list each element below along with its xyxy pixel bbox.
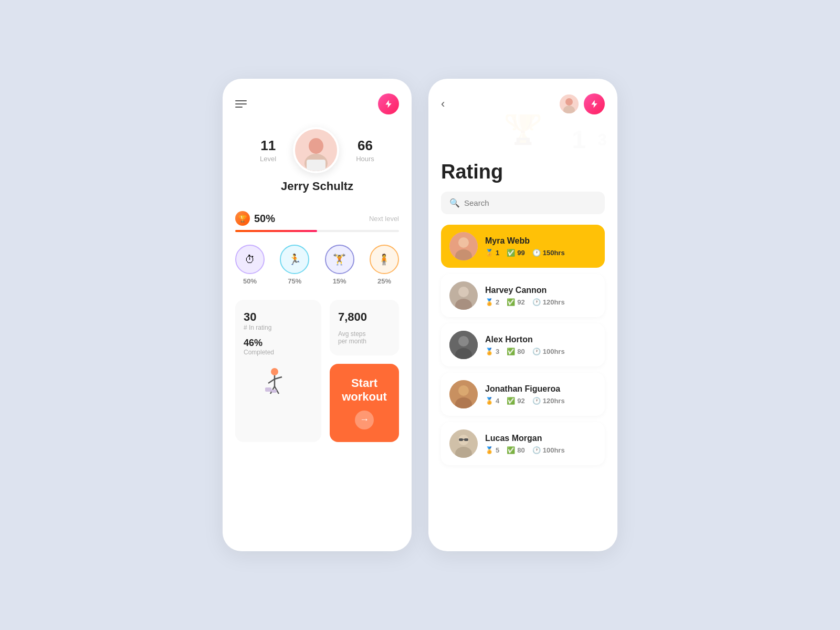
stats-card-left: 30 # In rating 46% Completed: [235, 300, 321, 442]
svg-point-19: [458, 287, 469, 297]
meta-myra-webb: 🏅 1 ✅ 99 🕐 150hrs: [485, 249, 596, 257]
completed-number: 46% Completed: [244, 338, 313, 356]
hours-alex: 🕐 100hrs: [532, 348, 565, 355]
search-input[interactable]: [464, 198, 596, 207]
activity-pct-timer: 50%: [243, 277, 257, 285]
activity-pct-stretch: 25%: [377, 277, 391, 285]
score-alex: ✅ 80: [507, 348, 524, 355]
clock-icon: 🕐: [532, 446, 541, 454]
rank-myra: 🏅 1: [485, 249, 499, 257]
svg-point-13: [565, 98, 573, 106]
rank-icon: 🏅: [485, 348, 494, 355]
rating-card-1[interactable]: Myra Webb 🏅 1 ✅ 99 🕐 150hrs: [441, 225, 605, 268]
search-bar[interactable]: 🔍: [441, 192, 605, 214]
hours-label: Hours: [356, 155, 374, 163]
rating-card-3[interactable]: Alex Horton 🏅 3 ✅ 80 🕐 100hrs: [441, 323, 605, 366]
meta-jonathan-figueroa: 🏅 4 ✅ 92 🕐 120hrs: [485, 397, 596, 405]
score-lucas: ✅ 80: [507, 446, 524, 454]
page-title: Rating: [441, 161, 605, 183]
avatar-myra-webb: [449, 232, 478, 260]
hours-harvey: 🕐 120hrs: [532, 298, 565, 306]
clock-icon: 🕐: [532, 249, 541, 257]
info-alex-horton: Alex Horton 🏅 3 ✅ 80 🕐 100hrs: [485, 335, 596, 355]
rank-icon: 🏅: [485, 446, 494, 454]
back-button[interactable]: ‹: [441, 97, 445, 111]
steps-card: 7,800 Avg steps per month: [330, 300, 399, 355]
header-avatar[interactable]: [560, 94, 579, 113]
clock-icon: 🕐: [532, 298, 541, 306]
rank-icon: 🏅: [485, 397, 494, 405]
avatar-alex-horton: [449, 331, 478, 359]
activity-pct-run: 75%: [288, 277, 301, 285]
search-icon: 🔍: [449, 198, 460, 208]
svg-rect-11: [271, 390, 277, 393]
bolt-button[interactable]: [378, 93, 399, 114]
check-icon: ✅: [507, 249, 515, 257]
rating-list: Myra Webb 🏅 1 ✅ 99 🕐 150hrs: [441, 225, 605, 465]
name-jonathan-figueroa: Jonathan Figueroa: [485, 384, 596, 394]
info-jonathan-figueroa: Jonathan Figueroa 🏅 4 ✅ 92 🕐 120hrs: [485, 384, 596, 405]
bottom-cards: 30 # In rating 46% Completed: [235, 300, 399, 442]
trophy-banner: 🏆 1 3: [428, 114, 617, 156]
svg-rect-3: [307, 160, 326, 171]
rank-lucas: 🏅 5: [485, 446, 499, 454]
svg-rect-30: [459, 438, 463, 441]
rank-alex: 🏅 3: [485, 348, 499, 355]
progress-bar-background: [235, 230, 399, 232]
info-myra-webb: Myra Webb 🏅 1 ✅ 99 🕐 150hrs: [485, 236, 596, 257]
menu-icon[interactable]: [235, 100, 247, 108]
hours-number: 66: [356, 138, 374, 154]
user-avatar: [293, 127, 339, 173]
left-phone: 11 Level 66 Hours Jerry Schultz: [223, 79, 412, 551]
rating-card-5[interactable]: Lucas Morgan 🏅 5 ✅ 80 🕐 100hrs: [441, 422, 605, 465]
rating-number: 30 # In rating: [244, 310, 313, 331]
avatar-lucas-morgan: [449, 429, 478, 458]
clock-icon: 🕐: [532, 348, 541, 355]
activity-pct-lift: 15%: [333, 277, 346, 285]
activity-grid: ⏱ 50% 🏃 75% 🏋 15% 🧍 25%: [235, 245, 399, 285]
rank-harvey: 🏅 2: [485, 298, 499, 306]
activity-timer[interactable]: ⏱ 50%: [235, 245, 265, 285]
rating-card-2[interactable]: Harvey Cannon 🏅 2 ✅ 92 🕐 120hrs: [441, 274, 605, 317]
name-harvey-cannon: Harvey Cannon: [485, 286, 596, 295]
rank-icon: 🏅: [485, 249, 494, 257]
meta-lucas-morgan: 🏅 5 ✅ 80 🕐 100hrs: [485, 446, 596, 454]
activity-lift[interactable]: 🏋 15%: [325, 245, 354, 285]
right-header-icons: [560, 93, 605, 114]
hours-myra: 🕐 150hrs: [532, 249, 565, 257]
svg-rect-31: [464, 438, 468, 441]
right-header: ‹: [441, 93, 605, 114]
trophy-icon: 🏆: [235, 211, 250, 226]
svg-point-22: [458, 336, 469, 346]
check-icon: ✅: [507, 446, 515, 454]
start-workout-button[interactable]: Start workout →: [330, 364, 399, 442]
score-jonathan: ✅ 92: [507, 397, 524, 405]
arrow-icon: →: [355, 411, 374, 429]
progress-percent: 50%: [254, 213, 275, 225]
stats-row: 11 Level 66 Hours: [235, 127, 399, 173]
svg-line-6: [268, 379, 275, 383]
card-illustration: [244, 366, 313, 398]
user-name: Jerry Schultz: [281, 180, 353, 193]
name-alex-horton: Alex Horton: [485, 335, 596, 344]
right-phone: ‹ 🏆 1 3 Rating 🔍: [428, 79, 617, 551]
activity-run[interactable]: 🏃 75%: [280, 245, 309, 285]
level-label: Level: [260, 155, 276, 163]
check-icon: ✅: [507, 298, 515, 306]
svg-point-4: [271, 368, 278, 375]
rating-card-4[interactable]: Jonathan Figueroa 🏅 4 ✅ 92 🕐 120hrs: [441, 373, 605, 416]
activity-stretch[interactable]: 🧍 25%: [370, 245, 399, 285]
level-stat: 11 Level: [260, 138, 276, 163]
level-number: 11: [260, 138, 276, 154]
progress-section: 🏆 50% Next level: [235, 211, 399, 232]
svg-line-7: [275, 377, 282, 379]
hours-stat: 66 Hours: [356, 138, 374, 163]
avatar-jonathan-figueroa: [449, 380, 478, 408]
name-myra-webb: Myra Webb: [485, 236, 596, 246]
right-bolt-button[interactable]: [584, 93, 605, 114]
progress-bar-fill: [235, 230, 317, 232]
left-header: [235, 93, 399, 114]
info-harvey-cannon: Harvey Cannon 🏅 2 ✅ 92 🕐 120hrs: [485, 286, 596, 306]
next-level-label: Next level: [369, 215, 399, 223]
info-lucas-morgan: Lucas Morgan 🏅 5 ✅ 80 🕐 100hrs: [485, 434, 596, 454]
